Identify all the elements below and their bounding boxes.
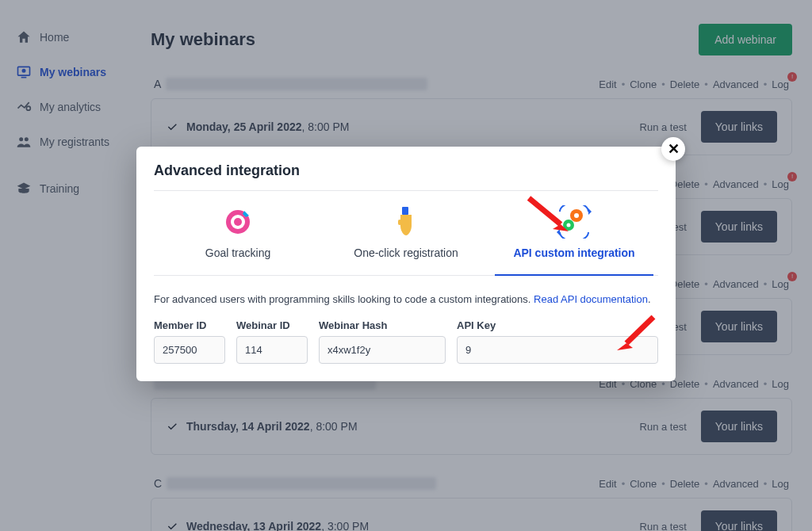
svg-point-7 [234, 218, 242, 226]
close-icon: ✕ [668, 140, 680, 158]
webinar-id-input[interactable] [236, 336, 308, 364]
webinar-hash-input[interactable] [319, 336, 446, 364]
webinar-id-label: Webinar ID [236, 319, 308, 331]
modal-tabs: Goal tracking One-click registration [154, 191, 658, 276]
advanced-integration-modal: ✕ Advanced integration Goal tracking One… [136, 147, 676, 381]
tab-label: One-click registration [322, 246, 490, 259]
svg-rect-9 [402, 207, 408, 215]
api-key-input[interactable] [457, 336, 658, 364]
modal-overlay: ✕ Advanced integration Goal tracking One… [0, 0, 812, 531]
webinar-hash-label: Webinar Hash [319, 319, 446, 331]
target-icon [154, 205, 322, 239]
svg-point-14 [574, 213, 579, 218]
api-key-label: API Key [457, 319, 658, 331]
svg-rect-10 [398, 220, 401, 225]
svg-marker-11 [588, 208, 592, 215]
member-id-label: Member ID [154, 319, 225, 331]
modal-title: Advanced integration [136, 147, 676, 190]
tab-one-click-registration[interactable]: One-click registration [322, 205, 490, 275]
tab-api-custom-integration[interactable]: API custom integration [490, 205, 658, 275]
tab-goal-tracking[interactable]: Goal tracking [154, 205, 322, 275]
api-doc-link[interactable]: Read API documentation [534, 293, 648, 305]
hand-icon [322, 205, 490, 239]
svg-point-16 [567, 223, 571, 227]
tab-label: API custom integration [490, 246, 658, 259]
svg-marker-12 [557, 229, 560, 235]
member-id-input[interactable] [154, 336, 225, 364]
modal-description: For advanced users with programming skil… [154, 293, 658, 305]
close-button[interactable]: ✕ [661, 137, 685, 161]
gears-icon [490, 205, 658, 239]
tab-label: Goal tracking [154, 246, 322, 259]
